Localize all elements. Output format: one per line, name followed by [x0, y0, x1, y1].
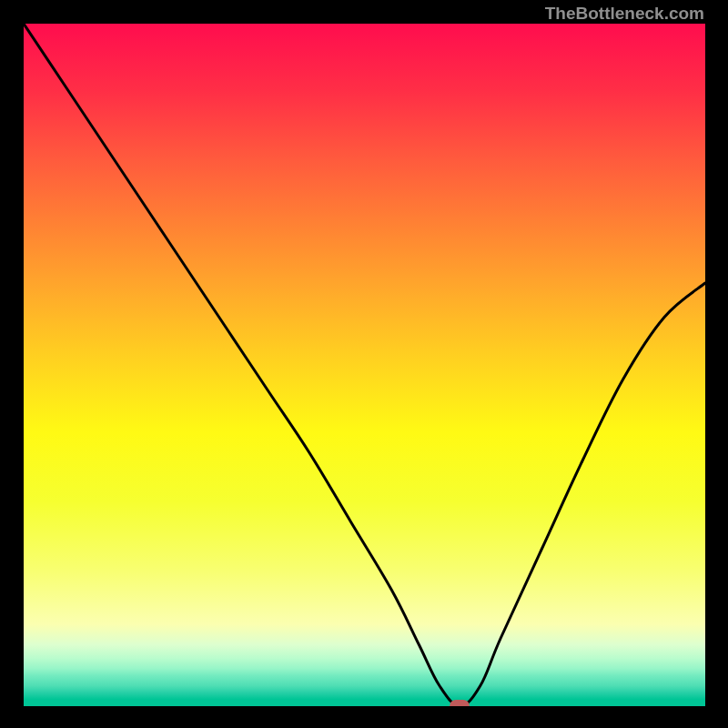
minimum-marker [450, 700, 470, 706]
plot-area [24, 24, 705, 706]
curve-path [24, 24, 705, 706]
watermark-text: TheBottleneck.com [545, 4, 704, 24]
bottleneck-curve [24, 24, 705, 706]
chart-frame: TheBottleneck.com [0, 0, 728, 728]
